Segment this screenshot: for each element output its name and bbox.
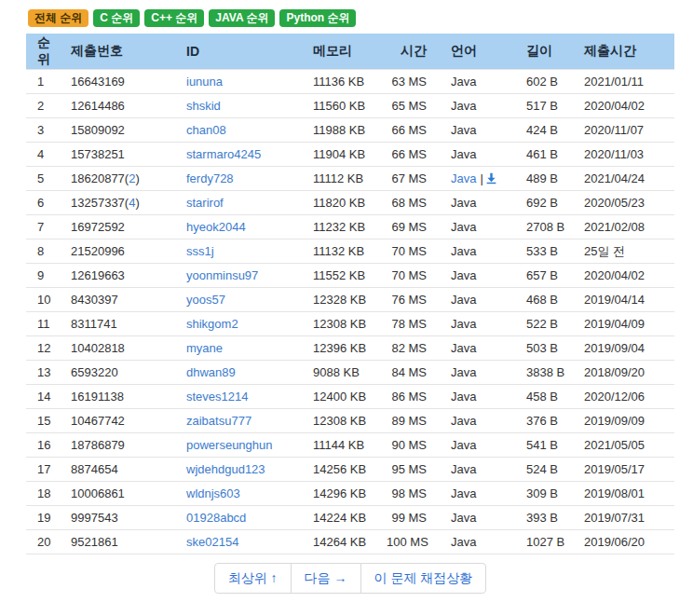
- length-cell: 458 B: [510, 385, 568, 409]
- id-cell: hyeok2044: [179, 215, 306, 240]
- user-id-link[interactable]: starmaro4245: [186, 147, 261, 161]
- submit-time-cell: 2018/09/20: [568, 361, 674, 385]
- retry-count: (4): [125, 196, 140, 210]
- submission-cell: 16972592(): [63, 215, 179, 240]
- time-cell: 76 MS: [386, 288, 432, 312]
- user-id-link[interactable]: wldnjs603: [186, 486, 240, 500]
- submit-time-cell: 2020/12/06: [568, 385, 674, 409]
- submission-number: 9997543: [71, 511, 118, 525]
- submit-time-cell: 2021/04/24: [568, 167, 674, 191]
- top-button[interactable]: 최상위 ↑: [214, 563, 292, 594]
- time-cell: 67 MS: [386, 167, 432, 191]
- length-cell: 376 B: [510, 409, 568, 433]
- retry-count-link[interactable]: 2: [129, 171, 135, 185]
- table-row: 20 9521861() ske02154 14264 KB 100 MS Ja…: [26, 530, 674, 554]
- language-label: Java: [451, 123, 476, 137]
- judge-status-button[interactable]: 이 문제 채점상황: [360, 563, 487, 594]
- language-cell: Java|: [432, 506, 510, 530]
- submit-time-cell: 2021/05/05: [568, 433, 674, 458]
- submission-number: 13257337: [71, 196, 125, 210]
- tab-cpp-rank[interactable]: C++ 순위: [144, 9, 204, 27]
- memory-cell: 11560 KB: [306, 94, 386, 118]
- memory-cell: 11820 KB: [306, 191, 386, 215]
- id-cell: sss1j: [179, 240, 306, 264]
- length-cell: 541 B: [510, 433, 568, 458]
- language-cell: Java|: [432, 288, 510, 312]
- table-row: 5 18620877(2) ferdy728 11112 KB 67 MS Ja…: [26, 167, 674, 191]
- user-id-link[interactable]: ske02154: [186, 535, 238, 549]
- rank-cell: 13: [26, 361, 63, 385]
- retry-count-link[interactable]: 4: [129, 196, 135, 210]
- user-id-link[interactable]: ferdy728: [186, 171, 234, 185]
- user-id-link[interactable]: hyeok2044: [186, 220, 246, 234]
- tab-python-rank[interactable]: Python 순위: [279, 9, 356, 27]
- submission-cell: 8311741(): [63, 312, 179, 336]
- submission-cell: 18620877(2): [63, 167, 179, 191]
- length-cell: 1027 B: [510, 530, 568, 554]
- tab-c-rank[interactable]: C 순위: [93, 9, 140, 27]
- length-cell: 602 B: [510, 70, 568, 94]
- id-cell: myane: [179, 336, 306, 361]
- length-cell: 533 B: [510, 240, 568, 264]
- id-cell: chan08: [179, 118, 306, 143]
- length-cell: 489 B: [510, 167, 568, 191]
- length-cell: 657 B: [510, 264, 568, 288]
- user-id-link[interactable]: yoos57: [186, 293, 225, 307]
- time-cell: 63 MS: [386, 70, 432, 94]
- time-cell: 98 MS: [386, 482, 432, 506]
- submission-cell: 15738251(): [63, 143, 179, 167]
- user-id-link[interactable]: yoonminsu97: [186, 268, 258, 282]
- user-id-link[interactable]: powerseunghun: [186, 438, 273, 452]
- table-row: 16 18786879() powerseunghun 11144 KB 90 …: [26, 433, 674, 458]
- length-cell: 692 B: [510, 191, 568, 215]
- user-id-link[interactable]: steves1214: [186, 390, 249, 404]
- memory-cell: 11904 KB: [306, 143, 386, 167]
- language-cell: Java|: [432, 70, 510, 94]
- user-id-link[interactable]: zaibatsu777: [186, 414, 251, 428]
- user-id-link[interactable]: myane: [186, 341, 223, 355]
- tab-all-rank[interactable]: 전체 순위: [28, 9, 88, 27]
- id-cell: powerseunghun: [179, 433, 306, 458]
- memory-cell: 14224 KB: [306, 506, 386, 530]
- rank-cell: 16: [26, 433, 63, 458]
- user-id-link[interactable]: dhwan89: [186, 365, 236, 379]
- header-submit-time: 제출시간: [568, 34, 674, 70]
- length-cell: 3838 B: [510, 361, 568, 385]
- memory-cell: 14296 KB: [306, 482, 386, 506]
- user-id-link[interactable]: 01928abcd: [186, 511, 246, 525]
- language-label: Java: [451, 414, 476, 428]
- user-id-link[interactable]: wjdehdgud123: [186, 462, 265, 476]
- table-row: 6 13257337(4) starirof 11820 KB 68 MS Ja…: [26, 191, 674, 215]
- language-cell: Java|: [432, 94, 510, 118]
- download-code-icon[interactable]: [485, 171, 497, 185]
- memory-cell: 12396 KB: [306, 336, 386, 361]
- memory-cell: 11232 KB: [306, 215, 386, 240]
- memory-cell: 11988 KB: [306, 118, 386, 143]
- rank-cell: 17: [26, 458, 63, 482]
- submit-time-cell: 2019/07/31: [568, 506, 674, 530]
- length-cell: 309 B: [510, 482, 568, 506]
- user-id-link[interactable]: chan08: [186, 123, 226, 137]
- language-label: Java: [451, 511, 476, 525]
- submit-time-cell: 2019/09/09: [568, 409, 674, 433]
- user-id-link[interactable]: shikgom2: [186, 317, 238, 331]
- language-cell: Java|: [432, 191, 510, 215]
- header-language: 언어: [432, 34, 510, 70]
- length-cell: 524 B: [510, 458, 568, 482]
- user-id-link[interactable]: sss1j: [186, 244, 214, 258]
- header-time: 시간: [386, 34, 432, 70]
- user-id-link[interactable]: starirof: [186, 196, 224, 210]
- submission-number: 18786879: [71, 438, 125, 452]
- submission-number: 12619663: [71, 268, 125, 282]
- language-cell: Java|: [432, 143, 510, 167]
- table-row: 2 12614486() shskid 11560 KB 65 MS Java|…: [26, 94, 674, 118]
- tab-java-rank[interactable]: JAVA 순위: [209, 9, 275, 27]
- next-button[interactable]: 다음 →: [291, 563, 361, 594]
- submission-number: 15809092: [71, 123, 125, 137]
- time-cell: 82 MS: [386, 336, 432, 361]
- submit-time-cell: 2019/09/04: [568, 336, 674, 361]
- language-label: Java: [451, 171, 476, 185]
- language-label: Java: [451, 147, 476, 161]
- user-id-link[interactable]: iununa: [186, 75, 223, 89]
- user-id-link[interactable]: shskid: [186, 99, 221, 113]
